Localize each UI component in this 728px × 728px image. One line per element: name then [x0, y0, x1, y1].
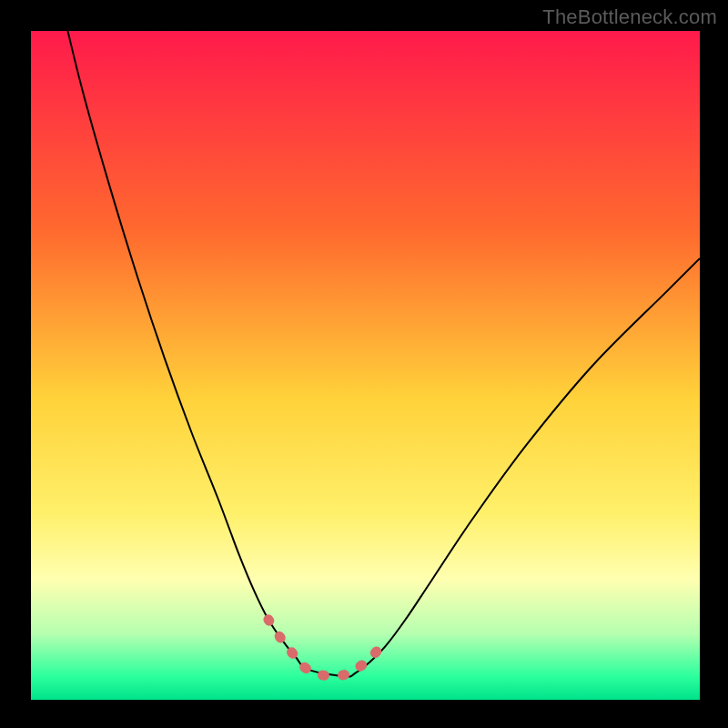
- gradient-background: [31, 31, 700, 700]
- plot-area: [31, 31, 700, 700]
- watermark-text: TheBottleneck.com: [542, 5, 717, 29]
- chart-frame: TheBottleneck.com: [0, 0, 728, 728]
- chart-svg: [31, 31, 700, 700]
